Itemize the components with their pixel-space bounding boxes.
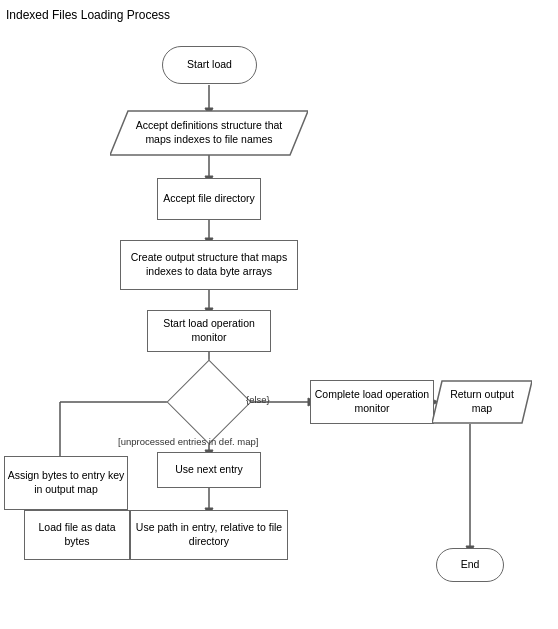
start-node: Start load	[162, 46, 257, 84]
accept-definitions-node: Accept definitions structure that maps i…	[110, 110, 308, 156]
diagram-title: Indexed Files Loading Process	[6, 8, 170, 22]
use-next-node: Use next entry	[157, 452, 261, 488]
create-output-node: Create output structure that maps indexe…	[120, 240, 298, 290]
unprocessed-label: [unprocessed entries in def. map]	[118, 436, 258, 447]
use-path-node: Use path in entry, relative to file dire…	[130, 510, 288, 560]
return-output-node: Return output map	[432, 380, 532, 424]
decision-diamond	[179, 372, 239, 432]
complete-monitor-node: Complete load operation monitor	[310, 380, 434, 424]
else-label: {else}	[246, 394, 270, 405]
assign-bytes-node: Assign bytes to entry key in output map	[4, 456, 128, 510]
load-file-node: Load file as data bytes	[24, 510, 130, 560]
accept-file-node: Accept file directory	[157, 178, 261, 220]
end-node: End	[436, 548, 504, 582]
start-monitor-node: Start load operation monitor	[147, 310, 271, 352]
diagram-container: Indexed Files Loading Process	[0, 0, 558, 629]
